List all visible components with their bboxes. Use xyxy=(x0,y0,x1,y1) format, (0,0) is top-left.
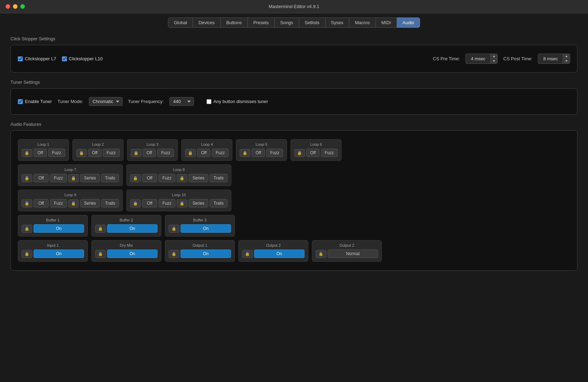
post-time-down[interactable]: ▼ xyxy=(563,59,570,64)
loop-9-type[interactable]: Fuzz xyxy=(50,199,67,207)
buffer-3-title: Buffer 3 xyxy=(169,218,231,222)
pre-time-up[interactable]: ▲ xyxy=(491,54,497,59)
loop-5-type[interactable]: Fuzz xyxy=(266,149,283,157)
loop-10-title: Loop 10 xyxy=(130,193,227,197)
minimize-button[interactable] xyxy=(13,4,18,9)
clickstopper-l10-checkbox[interactable] xyxy=(62,56,67,61)
maximize-button[interactable] xyxy=(20,4,25,9)
loop-1-lock[interactable]: 🔒 xyxy=(22,149,32,157)
loop-2-lock[interactable]: 🔒 xyxy=(76,149,87,157)
pre-time-spinner[interactable]: 4 msec ▲ ▼ xyxy=(465,54,498,64)
clickstopper-l10-label[interactable]: Clickstopper L10 xyxy=(62,56,103,61)
post-time-spinner-buttons[interactable]: ▲ ▼ xyxy=(563,54,570,63)
buffer-2-lock[interactable]: 🔒 xyxy=(95,225,106,233)
output-1-lock[interactable]: 🔒 xyxy=(169,250,179,258)
input-1-title: Input 1 xyxy=(22,243,84,247)
loop-9-lock2[interactable]: 🔒 xyxy=(68,199,79,207)
tab-audio[interactable]: Audio xyxy=(397,18,420,28)
loop-1-type[interactable]: Fuzz xyxy=(48,149,65,157)
loop-5-lock[interactable]: 🔒 xyxy=(240,149,250,157)
loop-8-trails[interactable]: Trails xyxy=(210,174,227,182)
loop-10-trails[interactable]: Trails xyxy=(210,199,227,207)
loop-9-state[interactable]: Off xyxy=(34,199,49,207)
loop-5-state[interactable]: Off xyxy=(252,149,265,157)
output-1-state[interactable]: On xyxy=(181,250,231,258)
tuner-mode-select[interactable]: Chromatic Guitar Bass Violin Ukulele xyxy=(89,97,122,106)
loop-8-state[interactable]: Off xyxy=(142,174,157,182)
loop-8-type[interactable]: Fuzz xyxy=(159,174,175,182)
loop-8-lock2[interactable]: 🔒 xyxy=(177,174,187,182)
tab-global[interactable]: Global xyxy=(168,18,193,28)
loop-3-type[interactable]: Fuzz xyxy=(157,149,174,157)
loop-9-trails[interactable]: Trails xyxy=(101,199,119,207)
loop-4-state[interactable]: Off xyxy=(197,149,210,157)
close-button[interactable] xyxy=(6,4,10,9)
loop-8-mode[interactable]: Series xyxy=(189,174,208,182)
output-2-state[interactable]: On xyxy=(254,250,304,258)
loop-2-state[interactable]: Off xyxy=(88,149,102,157)
loop-4-type[interactable]: Fuzz xyxy=(212,149,229,157)
output-2-lock[interactable]: 🔒 xyxy=(242,250,253,258)
loop-3-lock[interactable]: 🔒 xyxy=(131,149,141,157)
loop-1-state[interactable]: Off xyxy=(34,149,47,157)
pre-time-spinner-buttons[interactable]: ▲ ▼ xyxy=(490,54,497,63)
buffer-3-lock[interactable]: 🔒 xyxy=(169,225,179,233)
traffic-lights[interactable] xyxy=(6,4,25,9)
tab-devices[interactable]: Devices xyxy=(193,18,220,28)
post-time-up[interactable]: ▲ xyxy=(563,54,570,59)
input-1-lock[interactable]: 🔒 xyxy=(22,250,32,258)
loop-2-type[interactable]: Fuzz xyxy=(103,149,120,157)
loop-7-type[interactable]: Fuzz xyxy=(50,174,67,182)
loop-10-state[interactable]: Off xyxy=(142,199,157,207)
loop-10-lock2[interactable]: 🔒 xyxy=(177,199,187,207)
clickstopper-l7-label[interactable]: Clickstopper L7 xyxy=(18,56,56,61)
tab-songs[interactable]: Songs xyxy=(275,18,299,28)
pre-time-down[interactable]: ▼ xyxy=(491,59,497,64)
clickstopper-l7-checkbox[interactable] xyxy=(18,56,23,61)
loop-7-title: Loop 7 xyxy=(22,168,119,172)
loops-row-2: Loop 7 🔒 Off Fuzz 🔒 Series Trails Loop 8… xyxy=(18,164,570,186)
loop-7-lock[interactable]: 🔒 xyxy=(22,174,32,182)
loop-10-mode[interactable]: Series xyxy=(189,199,208,207)
input-1-state[interactable]: On xyxy=(34,250,84,258)
loop-7-trails[interactable]: Trails xyxy=(101,174,119,182)
loop-9-lock[interactable]: 🔒 xyxy=(22,199,32,207)
loop-6-state[interactable]: Off xyxy=(306,149,320,157)
tab-sysex[interactable]: Sysex xyxy=(326,18,349,28)
loop-10-type[interactable]: Fuzz xyxy=(159,199,175,207)
loop-3-title: Loop 3 xyxy=(131,142,174,146)
loop-7-mode[interactable]: Series xyxy=(80,174,100,182)
loop-4-lock[interactable]: 🔒 xyxy=(185,149,196,157)
dry-mix-state[interactable]: On xyxy=(107,250,158,258)
output-2-mode-state[interactable]: Normal xyxy=(328,250,378,258)
tab-presets[interactable]: Presets xyxy=(248,18,275,28)
buffer-2-state[interactable]: On xyxy=(107,224,158,233)
tuner-freq-select[interactable]: 440 438 442 444 xyxy=(169,97,194,106)
loop-6-type[interactable]: Fuzz xyxy=(321,149,338,157)
buffer-1-state[interactable]: On xyxy=(34,224,84,233)
dismiss-tuner-label[interactable]: Any button dismisses tuner xyxy=(206,99,268,104)
loop-8-lock[interactable]: 🔒 xyxy=(130,174,141,182)
audio-features-panel: Loop 1 🔒 Off Fuzz Loop 2 🔒 Off Fuzz xyxy=(10,130,578,271)
output-2-mode-lock[interactable]: 🔒 xyxy=(316,250,326,258)
loop-7-lock2[interactable]: 🔒 xyxy=(68,174,79,182)
buffer-3-state[interactable]: On xyxy=(181,224,231,233)
loop-6-lock[interactable]: 🔒 xyxy=(294,149,305,157)
tab-buttons[interactable]: Buttons xyxy=(221,18,248,28)
dry-mix-lock[interactable]: 🔒 xyxy=(95,250,106,258)
tab-macros[interactable]: Macros xyxy=(349,18,376,28)
output-2-mode-controls: 🔒 Normal xyxy=(316,250,378,258)
loop-2-title: Loop 2 xyxy=(76,142,120,146)
tab-midi[interactable]: MIDI xyxy=(376,18,397,28)
loop-3-state[interactable]: Off xyxy=(143,149,156,157)
enable-tuner-checkbox[interactable] xyxy=(18,99,23,104)
loop-10-lock[interactable]: 🔒 xyxy=(130,199,141,207)
loop-7-state[interactable]: Off xyxy=(34,174,49,182)
post-time-spinner[interactable]: 8 msec ▲ ▼ xyxy=(538,54,570,64)
tab-setlists[interactable]: Setlists xyxy=(299,18,326,28)
dismiss-tuner-checkbox[interactable] xyxy=(206,99,211,104)
loop-9-mode[interactable]: Series xyxy=(80,199,100,207)
buffer-1-lock[interactable]: 🔒 xyxy=(22,225,32,233)
output-1-title: Output 1 xyxy=(169,243,231,247)
enable-tuner-label[interactable]: Enable Tuner xyxy=(18,99,52,104)
